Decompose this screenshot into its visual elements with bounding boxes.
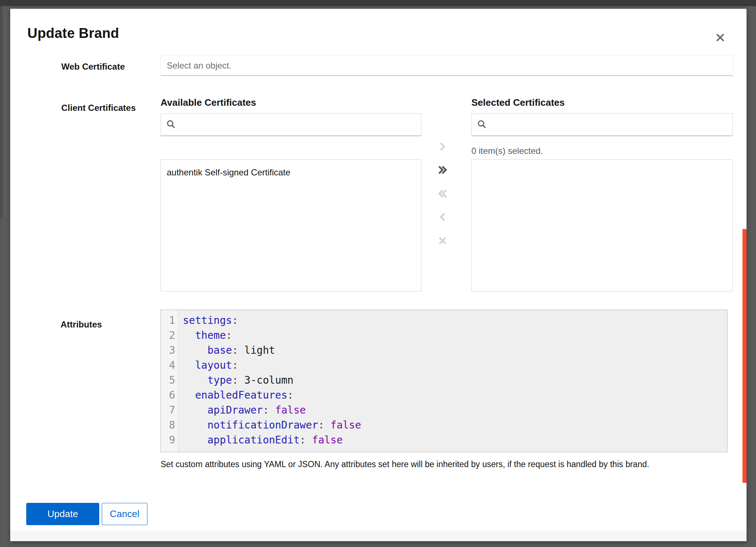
cancel-button[interactable]: Cancel <box>102 503 147 525</box>
code-line: enabledFeatures: <box>183 388 727 403</box>
transfer-add-all-button[interactable] <box>435 163 451 179</box>
available-certificates-list[interactable]: authentik Self-signed Certificate <box>161 159 421 291</box>
code-line: type: 3-column <box>183 373 727 388</box>
line-number: 5 <box>161 373 175 388</box>
available-search-input[interactable] <box>180 120 416 130</box>
update-brand-modal: Update Brand Web Certificate Client Cert… <box>10 9 747 541</box>
selected-search-input[interactable] <box>491 120 727 130</box>
web-certificate-label: Web Certificate <box>61 62 125 72</box>
code-line: theme: <box>183 328 727 343</box>
attributes-help-text: Set custom attributes using YAML or JSON… <box>161 459 730 469</box>
web-certificate-select[interactable] <box>161 55 733 76</box>
background-sidebar-strip-lower <box>0 219 3 547</box>
line-number: 4 <box>161 358 175 373</box>
line-number: 7 <box>161 403 175 418</box>
code-line: applicationEdit: false <box>183 432 727 447</box>
angle-double-right-icon <box>437 164 448 176</box>
attributes-label: Attributes <box>61 319 102 330</box>
angle-right-icon <box>437 141 448 153</box>
transfer-add-selected-button[interactable] <box>435 139 451 155</box>
available-certificates-heading: Available Certificates <box>161 97 256 108</box>
transfer-remove-all-button[interactable] <box>435 186 451 202</box>
selected-search <box>471 113 733 136</box>
editor-code-area[interactable]: settings: theme: base: light layout: typ… <box>178 310 727 452</box>
search-icon <box>166 119 176 131</box>
angle-left-icon <box>437 212 448 224</box>
page-background: Update Brand Web Certificate Client Cert… <box>0 0 756 547</box>
line-number: 6 <box>161 388 175 403</box>
editor-line-number-gutter: 123456789 <box>161 310 178 452</box>
modal-footer-strip <box>10 531 747 541</box>
attributes-code-editor[interactable]: 123456789 settings: theme: base: light l… <box>161 310 728 452</box>
close-icon <box>715 32 726 44</box>
transfer-remove-selected-button[interactable] <box>435 210 451 226</box>
code-line: apiDrawer: false <box>183 403 727 418</box>
transfer-clear-button[interactable] <box>435 233 451 249</box>
background-sidebar-strip <box>0 6 3 219</box>
code-line: settings: <box>183 313 727 328</box>
selected-certificates-heading: Selected Certificates <box>471 97 565 108</box>
modal-scrollbar-thumb[interactable] <box>742 229 747 483</box>
cross-icon <box>437 235 448 247</box>
line-number: 1 <box>161 313 175 328</box>
modal-title: Update Brand <box>27 26 119 41</box>
selected-certificates-list[interactable] <box>471 159 733 291</box>
client-certificates-label: Client Certificates <box>61 103 136 113</box>
line-number: 9 <box>161 432 175 447</box>
code-line: notificationDrawer: false <box>183 418 727 432</box>
code-line: layout: <box>183 358 727 373</box>
angle-double-left-icon <box>437 188 448 200</box>
transfer-controls <box>435 139 451 249</box>
line-number: 3 <box>161 343 175 358</box>
code-line: base: light <box>183 343 727 358</box>
selected-count-status: 0 item(s) selected. <box>471 146 543 156</box>
background-top-bar <box>0 0 756 6</box>
available-search <box>161 113 421 136</box>
search-icon <box>477 119 487 131</box>
close-button[interactable] <box>712 30 728 46</box>
line-number: 2 <box>161 328 175 343</box>
line-number: 8 <box>161 418 175 432</box>
update-button[interactable]: Update <box>26 503 99 525</box>
list-item[interactable]: authentik Self-signed Certificate <box>161 160 421 182</box>
